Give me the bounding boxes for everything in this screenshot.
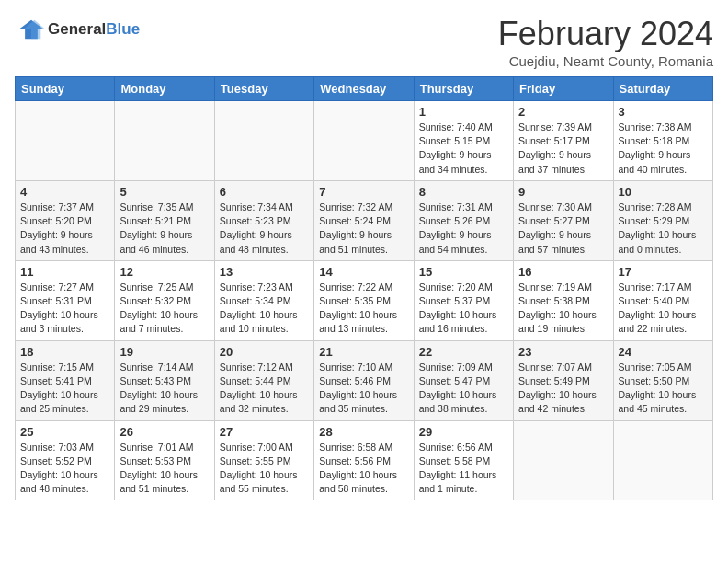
- day-number: 14: [319, 265, 408, 279]
- day-number: 17: [619, 265, 708, 279]
- day-info: Sunrise: 7:12 AMSunset: 5:44 PMDaylight:…: [220, 361, 309, 417]
- calendar-cell: 24Sunrise: 7:05 AMSunset: 5:50 PMDayligh…: [613, 340, 712, 420]
- day-info: Sunrise: 7:40 AMSunset: 5:15 PMDaylight:…: [419, 121, 508, 177]
- calendar-week-3: 11Sunrise: 7:27 AMSunset: 5:31 PMDayligh…: [16, 260, 713, 340]
- day-info: Sunrise: 7:01 AMSunset: 5:53 PMDaylight:…: [119, 441, 209, 497]
- calendar-cell: 28Sunrise: 6:58 AMSunset: 5:56 PMDayligh…: [314, 420, 414, 500]
- month-title: February 2024: [498, 15, 713, 53]
- calendar-cell: 19Sunrise: 7:14 AMSunset: 5:43 PMDayligh…: [115, 340, 214, 420]
- calendar-cell: 11Sunrise: 7:27 AMSunset: 5:31 PMDayligh…: [16, 260, 115, 340]
- day-info: Sunrise: 6:56 AMSunset: 5:58 PMDaylight:…: [419, 441, 508, 497]
- day-info: Sunrise: 6:58 AMSunset: 5:56 PMDaylight:…: [319, 441, 408, 497]
- calendar-cell: 21Sunrise: 7:10 AMSunset: 5:46 PMDayligh…: [314, 340, 414, 420]
- calendar-cell: 23Sunrise: 7:07 AMSunset: 5:49 PMDayligh…: [514, 340, 613, 420]
- day-info: Sunrise: 7:25 AMSunset: 5:32 PMDaylight:…: [119, 281, 209, 337]
- day-number: 13: [220, 265, 309, 279]
- day-number: 10: [619, 185, 708, 199]
- day-info: Sunrise: 7:05 AMSunset: 5:50 PMDaylight:…: [619, 361, 708, 417]
- calendar-cell: 20Sunrise: 7:12 AMSunset: 5:44 PMDayligh…: [214, 340, 313, 420]
- logo-blue: Blue: [106, 20, 140, 38]
- day-number: 8: [419, 185, 508, 199]
- day-number: 16: [518, 265, 608, 279]
- day-info: Sunrise: 7:09 AMSunset: 5:47 PMDaylight:…: [419, 361, 508, 417]
- day-info: Sunrise: 7:07 AMSunset: 5:49 PMDaylight:…: [518, 361, 608, 417]
- day-info: Sunrise: 7:37 AMSunset: 5:20 PMDaylight:…: [20, 201, 109, 257]
- logo: GeneralBlue: [15, 18, 140, 40]
- day-info: Sunrise: 7:31 AMSunset: 5:26 PMDaylight:…: [419, 201, 508, 257]
- day-number: 7: [319, 185, 408, 199]
- logo-icon: [15, 18, 48, 40]
- header-thursday: Thursday: [414, 77, 513, 101]
- calendar-cell: 16Sunrise: 7:19 AMSunset: 5:38 PMDayligh…: [514, 260, 613, 340]
- calendar-cell: 29Sunrise: 6:56 AMSunset: 5:58 PMDayligh…: [414, 420, 513, 500]
- day-info: Sunrise: 7:10 AMSunset: 5:46 PMDaylight:…: [319, 361, 408, 417]
- header-row: Sunday Monday Tuesday Wednesday Thursday…: [16, 77, 713, 101]
- day-info: Sunrise: 7:34 AMSunset: 5:23 PMDaylight:…: [220, 201, 309, 257]
- header-monday: Monday: [115, 77, 214, 101]
- logo-general: General: [48, 20, 106, 38]
- calendar-cell: 15Sunrise: 7:20 AMSunset: 5:37 PMDayligh…: [414, 260, 513, 340]
- calendar-cell: 7Sunrise: 7:32 AMSunset: 5:24 PMDaylight…: [314, 180, 414, 260]
- calendar-cell: 12Sunrise: 7:25 AMSunset: 5:32 PMDayligh…: [115, 260, 214, 340]
- day-info: Sunrise: 7:35 AMSunset: 5:21 PMDaylight:…: [119, 201, 209, 257]
- day-number: 1: [419, 105, 508, 119]
- calendar-cell: 5Sunrise: 7:35 AMSunset: 5:21 PMDaylight…: [115, 180, 214, 260]
- calendar-cell: 22Sunrise: 7:09 AMSunset: 5:47 PMDayligh…: [414, 340, 513, 420]
- calendar-cell: 2Sunrise: 7:39 AMSunset: 5:17 PMDaylight…: [514, 101, 613, 181]
- day-number: 28: [319, 425, 408, 439]
- day-number: 2: [518, 105, 608, 119]
- day-number: 27: [220, 425, 309, 439]
- day-number: 29: [419, 425, 508, 439]
- calendar-cell: 25Sunrise: 7:03 AMSunset: 5:52 PMDayligh…: [16, 420, 115, 500]
- calendar-week-1: 1Sunrise: 7:40 AMSunset: 5:15 PMDaylight…: [16, 101, 713, 181]
- header-friday: Friday: [514, 77, 613, 101]
- calendar-cell: 13Sunrise: 7:23 AMSunset: 5:34 PMDayligh…: [214, 260, 313, 340]
- header-wednesday: Wednesday: [314, 77, 414, 101]
- day-number: 22: [419, 345, 508, 359]
- calendar-cell: 27Sunrise: 7:00 AMSunset: 5:55 PMDayligh…: [214, 420, 313, 500]
- day-info: Sunrise: 7:19 AMSunset: 5:38 PMDaylight:…: [518, 281, 608, 337]
- day-number: 24: [619, 345, 708, 359]
- calendar-cell: 6Sunrise: 7:34 AMSunset: 5:23 PMDaylight…: [214, 180, 313, 260]
- day-number: 9: [518, 185, 608, 199]
- day-info: Sunrise: 7:27 AMSunset: 5:31 PMDaylight:…: [20, 281, 109, 337]
- calendar-cell: [214, 101, 313, 181]
- day-number: 21: [319, 345, 408, 359]
- day-info: Sunrise: 7:03 AMSunset: 5:52 PMDaylight:…: [20, 441, 109, 497]
- header-sunday: Sunday: [16, 77, 115, 101]
- day-number: 26: [119, 425, 209, 439]
- calendar-cell: 3Sunrise: 7:38 AMSunset: 5:18 PMDaylight…: [613, 101, 712, 181]
- calendar-cell: [613, 420, 712, 500]
- day-info: Sunrise: 7:23 AMSunset: 5:34 PMDaylight:…: [220, 281, 309, 337]
- day-info: Sunrise: 7:38 AMSunset: 5:18 PMDaylight:…: [619, 121, 708, 177]
- day-number: 20: [220, 345, 309, 359]
- calendar-cell: [514, 420, 613, 500]
- calendar-cell: 17Sunrise: 7:17 AMSunset: 5:40 PMDayligh…: [613, 260, 712, 340]
- calendar-cell: 14Sunrise: 7:22 AMSunset: 5:35 PMDayligh…: [314, 260, 414, 340]
- day-number: 5: [119, 185, 209, 199]
- calendar-cell: 1Sunrise: 7:40 AMSunset: 5:15 PMDaylight…: [414, 101, 513, 181]
- day-info: Sunrise: 7:22 AMSunset: 5:35 PMDaylight:…: [319, 281, 408, 337]
- calendar-cell: 9Sunrise: 7:30 AMSunset: 5:27 PMDaylight…: [514, 180, 613, 260]
- day-info: Sunrise: 7:00 AMSunset: 5:55 PMDaylight:…: [220, 441, 309, 497]
- day-number: 4: [20, 185, 109, 199]
- day-number: 11: [20, 265, 109, 279]
- day-info: Sunrise: 7:39 AMSunset: 5:17 PMDaylight:…: [518, 121, 608, 177]
- day-number: 6: [220, 185, 309, 199]
- calendar-table: Sunday Monday Tuesday Wednesday Thursday…: [15, 76, 713, 500]
- day-number: 18: [20, 345, 109, 359]
- day-number: 12: [119, 265, 209, 279]
- day-number: 23: [518, 345, 608, 359]
- calendar-week-4: 18Sunrise: 7:15 AMSunset: 5:41 PMDayligh…: [16, 340, 713, 420]
- calendar-cell: 10Sunrise: 7:28 AMSunset: 5:29 PMDayligh…: [613, 180, 712, 260]
- title-area: February 2024 Cuejdiu, Neamt County, Rom…: [498, 15, 713, 69]
- header-saturday: Saturday: [613, 77, 712, 101]
- calendar-cell: 18Sunrise: 7:15 AMSunset: 5:41 PMDayligh…: [16, 340, 115, 420]
- header: GeneralBlue February 2024 Cuejdiu, Neamt…: [15, 15, 713, 69]
- day-info: Sunrise: 7:15 AMSunset: 5:41 PMDaylight:…: [20, 361, 109, 417]
- day-info: Sunrise: 7:30 AMSunset: 5:27 PMDaylight:…: [518, 201, 608, 257]
- location-title: Cuejdiu, Neamt County, Romania: [498, 53, 713, 69]
- calendar-week-5: 25Sunrise: 7:03 AMSunset: 5:52 PMDayligh…: [16, 420, 713, 500]
- day-info: Sunrise: 7:32 AMSunset: 5:24 PMDaylight:…: [319, 201, 408, 257]
- calendar-cell: [115, 101, 214, 181]
